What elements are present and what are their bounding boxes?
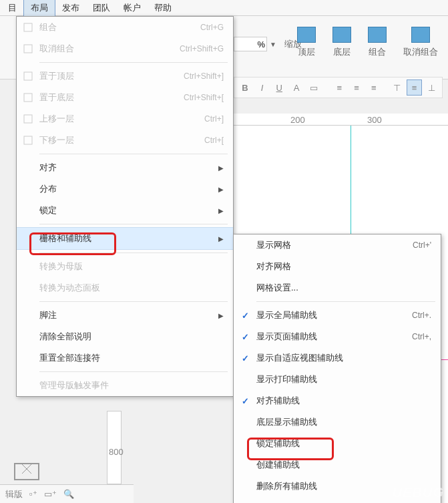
menu-item[interactable]: 网格设置... xyxy=(234,277,441,299)
tool-group[interactable]: 组合 xyxy=(368,27,387,58)
toolbar-right: 顶层 底层 组合 取消组合 xyxy=(297,27,438,58)
svg-rect-0 xyxy=(24,23,32,31)
zoom-input[interactable] xyxy=(234,37,267,51)
ruler-horizontal: 200 300 xyxy=(234,114,448,126)
menu-item[interactable]: 脚注▶ xyxy=(17,305,233,326)
menu-item: 下移一层Ctrl+[ xyxy=(17,130,233,151)
align-left-button[interactable]: ≡ xyxy=(331,79,347,96)
menu-item[interactable]: 帮助 xyxy=(148,0,178,16)
align-center-button[interactable]: ≡ xyxy=(349,79,365,96)
label: 辑版 xyxy=(5,488,23,500)
menu-item: 取消组合Ctrl+Shift+G xyxy=(17,38,233,59)
menu-item[interactable]: ✓对齐辅助线 xyxy=(234,390,441,411)
add-page-icon[interactable]: ▫⁺ xyxy=(29,489,37,499)
menu-item[interactable]: 锁定▶ xyxy=(17,200,233,221)
menu-item: 置于顶层Ctrl+Shift+] xyxy=(17,65,233,87)
fill-button[interactable]: ▭ xyxy=(306,79,322,96)
menu-item[interactable]: 显示网格Ctrl+' xyxy=(234,234,441,256)
add-folder-icon[interactable]: ▭⁺ xyxy=(44,489,57,499)
menu-item[interactable]: 帐户 xyxy=(117,0,148,16)
menu-item: 置于底层Ctrl+Shift+[ xyxy=(17,87,233,108)
format-bar: B I U A ▭ ≡ ≡ ≡ ⊤ ≡ ⊥ xyxy=(234,77,443,98)
svg-rect-3 xyxy=(24,94,32,102)
down-icon xyxy=(23,135,33,146)
menu-item[interactable]: 重置全部连接符 xyxy=(17,347,233,369)
menu-item: 上移一层Ctrl+] xyxy=(17,108,233,130)
svg-rect-4 xyxy=(24,115,32,123)
ruler-vertical: 800 xyxy=(107,411,122,484)
menu-item[interactable]: 目 xyxy=(1,0,23,16)
menu-item[interactable]: 锁定辅助线 xyxy=(234,433,441,454)
menu-item: 转换为动态面板 xyxy=(17,277,233,299)
front-icon xyxy=(23,71,33,81)
font-color-button[interactable]: A xyxy=(288,79,304,96)
grid-guides-submenu: 显示网格Ctrl+'对齐网格网格设置...✓显示全局辅助线Ctrl+.✓显示页面… xyxy=(233,234,441,503)
valign-middle-button[interactable]: ≡ xyxy=(407,79,423,96)
tool-back[interactable]: 底层 xyxy=(332,27,351,58)
menu-item[interactable]: 分布▶ xyxy=(17,178,233,200)
layout-menu: 组合Ctrl+G取消组合Ctrl+Shift+G置于顶层Ctrl+Shift+]… xyxy=(16,16,234,397)
valign-top-button[interactable]: ⊤ xyxy=(389,79,405,96)
menu-item[interactable]: 栅格和辅助线▶ xyxy=(17,227,233,250)
menubar: 目 布局 发布 团队 帐户 帮助 xyxy=(0,0,448,16)
valign-bottom-button[interactable]: ⊥ xyxy=(423,79,439,96)
menu-item[interactable]: 底层显示辅助线 xyxy=(234,411,441,433)
italic-button[interactable]: I xyxy=(254,79,270,96)
menu-item[interactable]: 对齐网格 xyxy=(234,256,441,277)
svg-rect-5 xyxy=(24,136,32,144)
bottom-toolbar: 辑版 ▫⁺ ▭⁺ 🔍 xyxy=(0,484,134,503)
watermark: UEBUG xyxy=(393,485,444,500)
svg-rect-1 xyxy=(24,45,32,53)
menu-item-layout[interactable]: 布局 xyxy=(23,0,55,17)
menu-item: 组合Ctrl+G xyxy=(17,17,233,38)
menu-item[interactable]: 创建辅助线 xyxy=(234,454,441,476)
group-icon xyxy=(23,22,33,33)
menu-item: 转换为母版 xyxy=(17,256,233,277)
up-icon xyxy=(23,114,33,124)
bold-button[interactable]: B xyxy=(237,79,253,96)
underline-button[interactable]: U xyxy=(271,79,287,96)
zoom-control: ▼ 缩放 xyxy=(234,37,302,51)
menu-item[interactable]: 发布 xyxy=(55,0,86,16)
search-icon[interactable]: 🔍 xyxy=(63,489,74,499)
align-right-button[interactable]: ≡ xyxy=(366,79,382,96)
menu-item[interactable]: 对齐▶ xyxy=(17,157,233,178)
menu-item[interactable]: ✓显示页面辅助线Ctrl+, xyxy=(234,326,441,347)
ungroup-icon xyxy=(23,43,33,54)
menu-item[interactable]: ✓显示自适应视图辅助线 xyxy=(234,347,441,369)
menu-item[interactable]: 显示打印辅助线 xyxy=(234,369,441,390)
menu-item[interactable]: 清除全部说明 xyxy=(17,326,233,347)
tool-ungroup[interactable]: 取消组合 xyxy=(403,27,438,58)
menu-item[interactable]: ✓显示全局辅助线Ctrl+. xyxy=(234,305,441,326)
svg-rect-2 xyxy=(24,72,32,80)
menu-item[interactable]: 团队 xyxy=(86,0,117,16)
back-icon xyxy=(23,92,33,103)
menu-item: 管理母版触发事件 xyxy=(17,375,233,396)
envelope-icon xyxy=(14,463,39,480)
tool-front[interactable]: 顶层 xyxy=(297,27,316,58)
